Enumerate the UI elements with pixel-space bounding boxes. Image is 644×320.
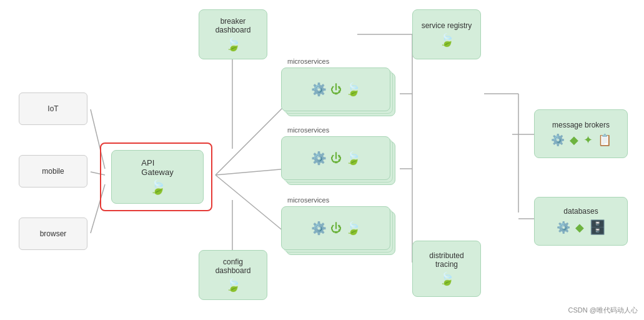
db-icon1: ⚙️ [557, 221, 570, 234]
breaker-dashboard-box: breaker dashboard 🍃 [199, 9, 267, 59]
ms1-top-icon1: ⚙️ [311, 82, 327, 97]
mb-icon2: ◆ [570, 133, 578, 147]
svg-line-3 [215, 103, 287, 175]
ms2-icon1: ⚙️ [311, 151, 327, 166]
message-brokers-icons: ⚙️ ◆ ✦ 📋 [551, 133, 612, 147]
mb-icon4: 📋 [598, 133, 612, 147]
iot-label: IoT [47, 104, 58, 113]
message-brokers-label: message brokers [552, 121, 610, 129]
svg-line-5 [215, 175, 287, 234]
breaker-dashboard-icon: 🍃 [225, 37, 241, 52]
service-registry-label: service registry [422, 21, 472, 30]
watermark: CSDN @唯代码动人心 [568, 306, 638, 315]
message-brokers-box: message brokers ⚙️ ◆ ✦ 📋 [534, 109, 628, 158]
mb-icon1: ⚙️ [551, 133, 565, 147]
api-gateway-outer: APIGateway 🍃 [100, 142, 212, 211]
ms3-icon1: ⚙️ [311, 221, 327, 236]
iot-box: IoT [19, 92, 87, 125]
distributed-tracing-box: distributed tracing 🍃 [412, 241, 481, 297]
config-dashboard-icon: 🍃 [225, 278, 241, 292]
diagram: IoT mobile browser APIGateway 🍃 breaker … [0, 0, 644, 320]
microservices-label-2: microservices [287, 126, 329, 134]
api-gateway-box: APIGateway 🍃 [111, 150, 204, 204]
ms2-icon3: 🍃 [345, 151, 361, 166]
db-icon2: ◆ [575, 221, 584, 234]
ms1-top-icon3: 🍃 [345, 82, 361, 97]
mobile-label: mobile [42, 167, 64, 176]
databases-label: databases [563, 207, 598, 216]
ms1-top-icon2: ⏻ [330, 83, 342, 96]
breaker-dashboard-label: breaker dashboard [204, 17, 262, 34]
service-registry-icon: 🍃 [439, 32, 455, 48]
config-dashboard-box: config dashboard 🍃 [199, 250, 267, 300]
ms3-icon3: 🍃 [345, 221, 361, 236]
service-registry-box: service registry 🍃 [412, 9, 481, 59]
databases-icons: ⚙️ ◆ 🗄️ [557, 219, 606, 236]
api-gateway-icon: 🍃 [149, 179, 166, 196]
mobile-box: mobile [19, 155, 87, 188]
microservices-label-1: microservices [287, 58, 329, 65]
ms2-icon2: ⏻ [330, 152, 342, 165]
ms3-icon2: ⏻ [330, 222, 342, 235]
svg-line-4 [215, 169, 287, 175]
databases-box: databases ⚙️ ◆ 🗄️ [534, 197, 628, 246]
api-gateway-label: APIGateway [141, 158, 173, 177]
mb-icon3: ✦ [583, 133, 593, 147]
distributed-tracing-label: distributed tracing [418, 251, 475, 269]
browser-box: browser [19, 218, 87, 250]
browser-label: browser [40, 229, 67, 238]
config-dashboard-label: config dashboard [204, 258, 262, 275]
microservices-label-3: microservices [287, 196, 329, 204]
db-icon3: 🗄️ [589, 219, 606, 236]
distributed-tracing-icon: 🍃 [439, 271, 455, 286]
